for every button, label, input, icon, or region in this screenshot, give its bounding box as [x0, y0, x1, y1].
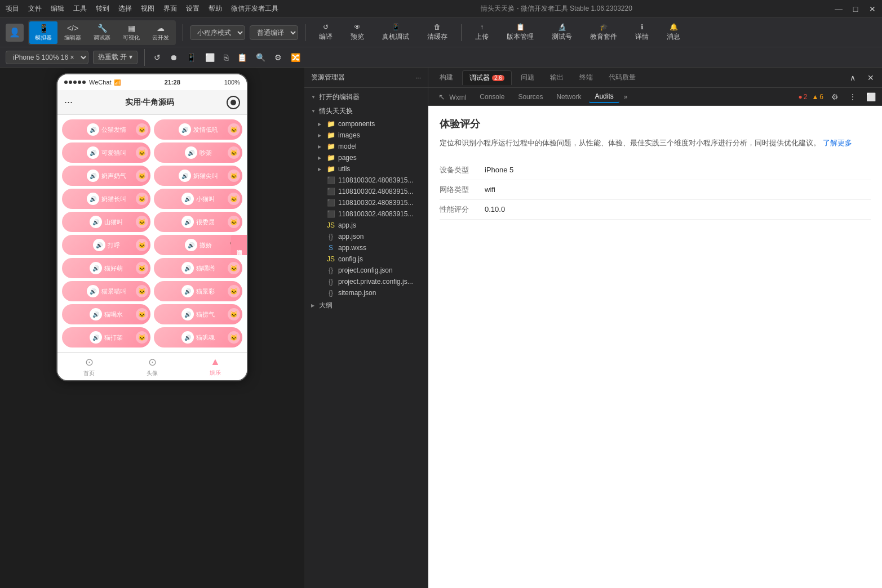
tree-appwxss[interactable]: S app.wxss	[304, 242, 428, 253]
tree-file-3[interactable]: ⬛ 1108100302.48083915...	[304, 208, 428, 220]
more-tabs-icon[interactable]: »	[624, 93, 628, 101]
tree-components[interactable]: ▶ 📁 components	[304, 118, 428, 130]
menu-item-tools[interactable]: 工具	[73, 4, 87, 14]
project-section[interactable]: ▼ 情头天天换	[304, 104, 428, 118]
tree-sitemap[interactable]: {} sitemap.json	[304, 287, 428, 299]
learn-more-link[interactable]: 了解更多	[823, 139, 852, 147]
subtab-console[interactable]: Console	[474, 91, 510, 103]
paste-icon[interactable]: 📋	[235, 53, 249, 62]
record-icon[interactable]: ⏺	[167, 53, 180, 62]
sound-btn-0-0[interactable]: 🔊 公猫发情 🐱	[62, 119, 150, 140]
sound-btn-4-0[interactable]: 🔊 山猫叫 🐱	[62, 212, 150, 232]
tree-pages[interactable]: ▶ 📁 pages	[304, 152, 428, 163]
menu-item-select[interactable]: 选择	[118, 4, 132, 14]
test-account-btn[interactable]: 🔬 测试号	[545, 21, 579, 44]
edu-btn[interactable]: 🎓 教育套件	[583, 21, 624, 44]
more-options-btn[interactable]: ⋮	[846, 90, 859, 104]
tab-debugger[interactable]: 调试器 2.6	[462, 70, 512, 85]
preview-btn[interactable]: 👁 预览	[344, 21, 371, 44]
outline-section[interactable]: ▶ 大纲	[304, 299, 428, 313]
simulator-btn[interactable]: 📱 模拟器	[29, 21, 57, 44]
sound-btn-7-1[interactable]: 🔊 猫景彩 🐱	[154, 281, 242, 301]
sound-btn-5-0[interactable]: 🔊 打呼 🐱	[62, 235, 150, 255]
clear-cache-btn[interactable]: 🗑 清缓存	[420, 21, 454, 44]
subtab-wxml[interactable]: ↖ Wxml	[433, 91, 472, 103]
user-avatar[interactable]: 👤	[6, 24, 24, 42]
message-btn[interactable]: 🔔 消息	[660, 21, 687, 44]
sound-btn-6-1[interactable]: 🔊 猫嘿哟 🐱	[154, 258, 242, 278]
tab-issues[interactable]: 问题	[514, 70, 541, 84]
close-debugger-btn[interactable]: ✕	[864, 71, 877, 84]
sound-btn-2-1[interactable]: 🔊 奶猫尖叫 🐱	[154, 166, 242, 186]
tree-configjs[interactable]: JS config.js	[304, 253, 428, 265]
minimize-button[interactable]: —	[835, 5, 843, 13]
sound-btn-8-0[interactable]: 🔊 猫喝水 🐱	[62, 304, 150, 324]
sound-btn-2-0[interactable]: 🔊 奶声奶气 🐱	[62, 166, 150, 186]
bottom-nav-avatar[interactable]: ⊙ 头像	[121, 353, 184, 380]
sound-btn-5-1[interactable]: 🔊 撒娇 🐕	[154, 235, 242, 255]
subtab-audits[interactable]: Audits	[589, 91, 619, 103]
device-select[interactable]: iPhone 5 100% 16 ×	[6, 51, 88, 64]
upload-btn[interactable]: ↑ 上传	[468, 21, 495, 44]
menu-item-devtools[interactable]: 微信开发者工具	[231, 4, 278, 14]
switch-overlay[interactable]: 切换注语	[231, 235, 247, 255]
bottom-nav-home[interactable]: ⊙ 首页	[57, 353, 121, 380]
collapse-debugger-btn[interactable]: ∧	[846, 71, 859, 84]
sound-btn-3-1[interactable]: 🔊 小猫叫 🐱	[154, 189, 242, 209]
maximize-button[interactable]: □	[852, 5, 859, 13]
tree-appjson[interactable]: {} app.json	[304, 231, 428, 242]
tree-utils[interactable]: ▶ 📁 utils	[304, 163, 428, 175]
zoom-icon[interactable]: 🔍	[254, 53, 268, 62]
sound-btn-7-0[interactable]: 🔊 猫景喵叫 🐱	[62, 281, 150, 301]
sound-btn-9-0[interactable]: 🔊 猫打架 🐱	[62, 327, 150, 348]
tab-output[interactable]: 输出	[543, 70, 570, 84]
expand-debugger-btn[interactable]: ⬜	[864, 90, 877, 104]
bottom-nav-entertainment[interactable]: ▲ 娱乐	[184, 353, 247, 380]
open-editors-section[interactable]: ▼ 打开的编辑器	[304, 90, 428, 104]
sound-btn-9-1[interactable]: 🔊 猫叽魂 🐱	[154, 327, 242, 348]
tree-appjs[interactable]: JS app.js	[304, 220, 428, 231]
menu-item-edit[interactable]: 编辑	[51, 4, 64, 14]
tree-file-0[interactable]: ⬛ 1108100302.48083915...	[304, 175, 428, 186]
switch-icon[interactable]: 🔀	[289, 53, 303, 62]
fullscreen-icon[interactable]: ⬜	[203, 53, 217, 62]
version-mgmt-btn[interactable]: 📋 版本管理	[500, 21, 540, 44]
close-button[interactable]: ✕	[868, 5, 876, 13]
sound-btn-6-0[interactable]: 🔊 猫好萌 🐱	[62, 258, 150, 278]
menu-item-interface[interactable]: 界面	[163, 4, 177, 14]
sound-btn-0-1[interactable]: 🔊 发情低吼 🐱	[154, 119, 242, 140]
explorer-more-icon[interactable]: ···	[415, 74, 421, 82]
settings-debugger-btn[interactable]: ⚙	[828, 90, 841, 104]
nav-record-btn[interactable]	[227, 96, 240, 109]
settings-icon[interactable]: ⚙	[272, 53, 284, 62]
menu-item-help[interactable]: 帮助	[209, 4, 222, 14]
sound-btn-1-1[interactable]: 🔊 吵架 🐱	[154, 142, 242, 163]
menu-item-project[interactable]: 项目	[6, 4, 19, 14]
sound-btn-4-1[interactable]: 🔊 很委屈 🐱	[154, 212, 242, 232]
sound-btn-8-1[interactable]: 🔊 猫捞气 🐱	[154, 304, 242, 324]
editor-btn[interactable]: </> 编辑器	[59, 21, 87, 44]
menu-item-settings[interactable]: 设置	[186, 4, 200, 14]
tab-terminal[interactable]: 终端	[573, 70, 600, 84]
compile-select[interactable]: 普通编译	[250, 25, 298, 40]
tab-build[interactable]: 构建	[433, 70, 460, 84]
subtab-sources[interactable]: Sources	[512, 91, 548, 103]
tree-images[interactable]: ▶ 📁 images	[304, 130, 428, 141]
details-btn[interactable]: ℹ 详情	[628, 21, 655, 44]
sound-btn-1-0[interactable]: 🔊 可爱猫叫 🐱	[62, 142, 150, 163]
visual-btn[interactable]: ▦ 可视化	[117, 21, 145, 44]
tab-code-quality[interactable]: 代码质量	[602, 70, 642, 84]
subtab-network[interactable]: Network	[551, 91, 587, 103]
nav-back-dots[interactable]: ···	[64, 96, 73, 108]
tree-file-2[interactable]: ⬛ 1108100302.48083915...	[304, 197, 428, 208]
menu-item-goto[interactable]: 转到	[96, 4, 109, 14]
cloud-btn[interactable]: ☁ 云开发	[147, 21, 175, 44]
tree-projectconfig[interactable]: {} project.config.json	[304, 265, 428, 276]
real-device-btn[interactable]: 📱 真机调试	[375, 21, 416, 44]
hot-reload-btn[interactable]: 热重载 开 ▾	[93, 51, 138, 64]
debugger-btn[interactable]: 🔧 调试器	[88, 21, 116, 44]
tree-model[interactable]: ▶ 📁 model	[304, 141, 428, 152]
copy-icon[interactable]: ⎘	[221, 53, 231, 62]
tree-file-1[interactable]: ⬛ 1108100302.48083915...	[304, 186, 428, 197]
mode-select[interactable]: 小程序模式	[190, 25, 245, 40]
